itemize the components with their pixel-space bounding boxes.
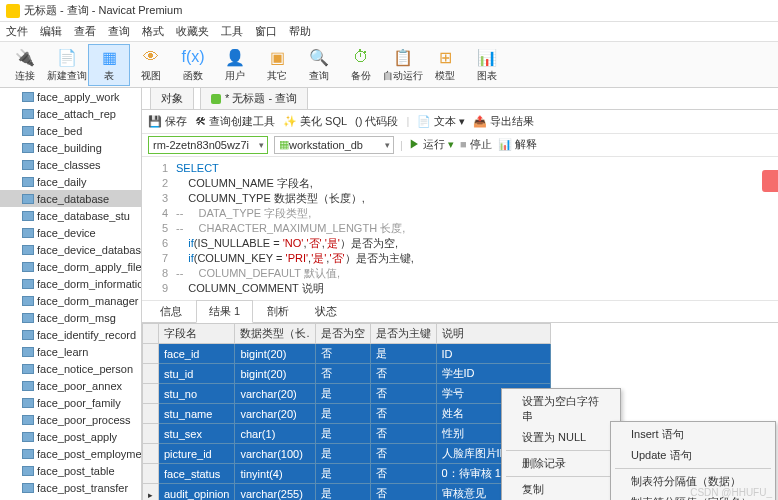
- toolbar-视图[interactable]: 👁视图: [130, 44, 172, 86]
- toolbar-函数[interactable]: f(x)函数: [172, 44, 214, 86]
- tab-query[interactable]: * 无标题 - 查询: [200, 88, 308, 109]
- builder-button[interactable]: 🛠 查询创建工具: [195, 114, 275, 129]
- menu-格式[interactable]: 格式: [142, 24, 164, 39]
- cell[interactable]: 否: [370, 464, 436, 484]
- toolbar-查询[interactable]: 🔍查询: [298, 44, 340, 86]
- menu-item[interactable]: 设置为空白字符串: [502, 391, 620, 427]
- row-handle[interactable]: [143, 484, 159, 501]
- sidebar-item-face_classes[interactable]: face_classes: [0, 156, 141, 173]
- sidebar-item-face_poor_process[interactable]: face_poor_process: [0, 411, 141, 428]
- menu-查看[interactable]: 查看: [74, 24, 96, 39]
- sidebar-item-face_dorm_manager[interactable]: face_dorm_manager: [0, 292, 141, 309]
- cell[interactable]: bigint(20): [235, 364, 315, 384]
- cell[interactable]: ID: [436, 344, 550, 364]
- menu-工具[interactable]: 工具: [221, 24, 243, 39]
- sidebar-item-face_identify_record[interactable]: face_identify_record: [0, 326, 141, 343]
- sidebar[interactable]: face_apply_workface_attach_repface_bedfa…: [0, 88, 142, 500]
- cell[interactable]: varchar(255): [235, 484, 315, 501]
- rtab-剖析[interactable]: 剖析: [255, 301, 301, 322]
- sidebar-item-face_post_employmen[interactable]: face_post_employmen: [0, 445, 141, 462]
- sidebar-item-face_apply_work[interactable]: face_apply_work: [0, 88, 141, 105]
- export-button[interactable]: 📤 导出结果: [473, 114, 534, 129]
- cell[interactable]: bigint(20): [235, 344, 315, 364]
- sidebar-item-face_dorm_apply_file[interactable]: face_dorm_apply_file: [0, 258, 141, 275]
- menu-item[interactable]: 设置为 NULL: [502, 427, 620, 448]
- cell[interactable]: stu_id: [159, 364, 235, 384]
- sidebar-item-face_daily[interactable]: face_daily: [0, 173, 141, 190]
- sidebar-item-face_post_table[interactable]: face_post_table: [0, 462, 141, 479]
- rtab-信息[interactable]: 信息: [148, 301, 194, 322]
- save-button[interactable]: 💾 保存: [148, 114, 187, 129]
- col-header[interactable]: 说明: [436, 324, 550, 344]
- cell[interactable]: varchar(100): [235, 444, 315, 464]
- sql-editor[interactable]: 1SELECT2 COLUMN_NAME 字段名,3 COLUMN_TYPE 数…: [142, 157, 778, 301]
- sidebar-item-face_post_apply[interactable]: face_post_apply: [0, 428, 141, 445]
- cell[interactable]: stu_sex: [159, 424, 235, 444]
- menu-收藏夹[interactable]: 收藏夹: [176, 24, 209, 39]
- cell[interactable]: stu_name: [159, 404, 235, 424]
- cell[interactable]: 是: [315, 444, 370, 464]
- row-handle[interactable]: [143, 464, 159, 484]
- row-handle[interactable]: [143, 424, 159, 444]
- toolbar-用户[interactable]: 👤用户: [214, 44, 256, 86]
- row-handle[interactable]: [143, 444, 159, 464]
- cell[interactable]: 是: [315, 464, 370, 484]
- cell[interactable]: varchar(20): [235, 384, 315, 404]
- toolbar-备份[interactable]: ⏱备份: [340, 44, 382, 86]
- cell[interactable]: tinyint(4): [235, 464, 315, 484]
- toolbar-自动运行[interactable]: 📋自动运行: [382, 44, 424, 86]
- sidebar-item-face_poor_annex[interactable]: face_poor_annex: [0, 377, 141, 394]
- run-button[interactable]: ▶ 运行 ▾: [409, 137, 454, 152]
- row-handle[interactable]: [143, 384, 159, 404]
- database-dropdown[interactable]: ▦ workstation_db: [274, 136, 394, 154]
- menu-编辑[interactable]: 编辑: [40, 24, 62, 39]
- menu-item[interactable]: Update 语句: [611, 445, 775, 466]
- cell[interactable]: 否: [370, 444, 436, 464]
- sidebar-item-face_poor_family[interactable]: face_poor_family: [0, 394, 141, 411]
- menu-窗口[interactable]: 窗口: [255, 24, 277, 39]
- sidebar-item-face_record_workstudy[interactable]: face_record_workstudy: [0, 496, 141, 500]
- cell[interactable]: 是: [315, 424, 370, 444]
- explain-button[interactable]: 📊 解释: [498, 137, 537, 152]
- cell[interactable]: 否: [315, 344, 370, 364]
- toolbar-其它[interactable]: ▣其它: [256, 44, 298, 86]
- menu-查询[interactable]: 查询: [108, 24, 130, 39]
- sidebar-item-face_dorm_information[interactable]: face_dorm_information: [0, 275, 141, 292]
- cell[interactable]: 是: [370, 344, 436, 364]
- cell[interactable]: 学生ID: [436, 364, 550, 384]
- sidebar-item-face_database_stu[interactable]: face_database_stu: [0, 207, 141, 224]
- sidebar-item-face_post_transfer[interactable]: face_post_transfer: [0, 479, 141, 496]
- sidebar-item-face_device[interactable]: face_device: [0, 224, 141, 241]
- cell[interactable]: 否: [315, 364, 370, 384]
- server-dropdown[interactable]: rm-2zetn83n05wz7i: [148, 136, 268, 154]
- cell[interactable]: 是: [315, 404, 370, 424]
- col-header[interactable]: [143, 324, 159, 344]
- cell[interactable]: stu_no: [159, 384, 235, 404]
- sidebar-item-face_learn[interactable]: face_learn: [0, 343, 141, 360]
- toolbar-连接[interactable]: 🔌连接: [4, 44, 46, 86]
- context-menu[interactable]: 设置为空白字符串设置为 NULL删除记录复制复制为粘贴显示: [501, 388, 621, 500]
- menu-item[interactable]: 复制: [502, 479, 620, 500]
- cell[interactable]: 是: [315, 484, 370, 501]
- toolbar-模型[interactable]: ⊞模型: [424, 44, 466, 86]
- sidebar-item-face_building[interactable]: face_building: [0, 139, 141, 156]
- menu-帮助[interactable]: 帮助: [289, 24, 311, 39]
- cell[interactable]: 否: [370, 484, 436, 501]
- menu-item[interactable]: Insert 语句: [611, 424, 775, 445]
- rtab-状态[interactable]: 状态: [303, 301, 349, 322]
- col-header[interactable]: 数据类型（长.: [235, 324, 315, 344]
- cell[interactable]: 否: [370, 424, 436, 444]
- cell[interactable]: picture_id: [159, 444, 235, 464]
- row-handle[interactable]: [143, 364, 159, 384]
- toolbar-表[interactable]: ▦表: [88, 44, 130, 86]
- cell[interactable]: 是: [315, 384, 370, 404]
- menu-item[interactable]: 删除记录: [502, 453, 620, 474]
- sidebar-item-face_attach_rep[interactable]: face_attach_rep: [0, 105, 141, 122]
- cell[interactable]: char(1): [235, 424, 315, 444]
- tab-objects[interactable]: 对象: [150, 88, 194, 109]
- cell[interactable]: face_id: [159, 344, 235, 364]
- sidebar-item-face_dorm_msg[interactable]: face_dorm_msg: [0, 309, 141, 326]
- col-header[interactable]: 是否为主键: [370, 324, 436, 344]
- sidebar-item-face_bed[interactable]: face_bed: [0, 122, 141, 139]
- menu-文件[interactable]: 文件: [6, 24, 28, 39]
